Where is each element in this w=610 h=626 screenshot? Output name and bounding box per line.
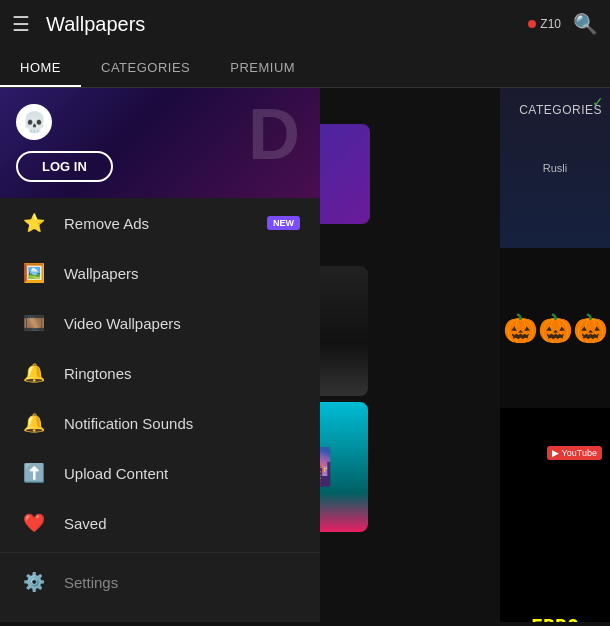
menu-item-upload[interactable]: ⬆️ Upload Content [0,448,320,498]
saved-label: Saved [64,515,300,532]
menu-item-video-wallpapers[interactable]: 🎞️ Video Wallpapers [0,298,320,348]
d-logo: D [248,98,300,170]
error-text: ERRO [531,614,579,622]
search-icon[interactable]: 🔍 [573,12,598,36]
menu-item-remove-ads[interactable]: ⭐ Remove Ads NEW [0,198,320,248]
upload-label: Upload Content [64,465,300,482]
menu-item-notification-sounds[interactable]: 🔔 Notification Sounds [0,398,320,448]
tab-home[interactable]: HOME [0,48,81,87]
main-content: CATEGORIES Rusli ✓ 🎃🎃🎃 ▶ YouTube ERRO Fe… [0,88,610,622]
login-button[interactable]: LOG IN [16,151,113,182]
overlay-logo: 💀 [16,104,52,140]
top-bar: ☰ Wallpapers Z10 🔍 [0,0,610,48]
tab-categories[interactable]: CATEGORIES [81,48,210,87]
youtube-badge: ▶ YouTube [547,446,602,460]
saved-icon: ❤️ [20,512,48,534]
menu-divider [0,552,320,553]
ringtones-label: Ringtones [64,365,300,382]
halloween-image: 🎃🎃🎃 [500,248,610,408]
video-icon: 🎞️ [20,312,48,334]
tab-bar: HOME CATEGORIES PREMIUM [0,48,610,88]
menu-item-wallpapers[interactable]: 🖼️ Wallpapers [0,248,320,298]
menu-item-settings[interactable]: ⚙️ Settings [0,557,320,607]
overlay-menu: ⭐ Remove Ads NEW 🖼️ Wallpapers 🎞️ Video … [0,198,320,622]
wallpapers-label: Wallpapers [64,265,300,282]
settings-icon: ⚙️ [20,571,48,593]
settings-label: Settings [64,574,300,591]
notification-sounds-label: Notification Sounds [64,415,300,432]
side-menu-overlay: 💀 D LOG IN ⭐ Remove Ads NEW 🖼️ Wallpaper… [0,88,320,622]
menu-item-saved[interactable]: ❤️ Saved [0,498,320,548]
notification-icon: 🔔 [20,412,48,434]
categories-label: CATEGORIES [519,103,602,117]
right-youtube-row: ▶ YouTube [500,408,610,468]
skull-icon: 💀 [16,104,52,140]
new-badge: NEW [267,216,300,230]
video-wallpapers-label: Video Wallpapers [64,315,300,332]
menu-item-ringtones[interactable]: 🔔 Ringtones [0,348,320,398]
app-title: Wallpapers [46,13,528,36]
menu-icon[interactable]: ☰ [12,12,30,36]
battery-text: Z10 [540,17,561,31]
battery-indicator: Z10 [528,17,561,31]
help-icon: ❓ [20,621,48,622]
battery-dot [528,20,536,28]
menu-item-help[interactable]: ❓ Help [0,607,320,622]
error-image: ERRO [500,468,610,622]
overlay-header: 💀 D LOG IN [0,88,320,198]
ringtone-icon: 🔔 [20,362,48,384]
remove-ads-label: Remove Ads [64,215,259,232]
upload-icon: ⬆️ [20,462,48,484]
check-badge: ✓ [592,94,604,110]
star-icon: ⭐ [20,212,48,234]
right-panel: CATEGORIES Rusli ✓ 🎃🎃🎃 ▶ YouTube ERRO [500,88,610,622]
wallpaper-icon: 🖼️ [20,262,48,284]
tab-premium[interactable]: PREMIUM [210,48,315,87]
